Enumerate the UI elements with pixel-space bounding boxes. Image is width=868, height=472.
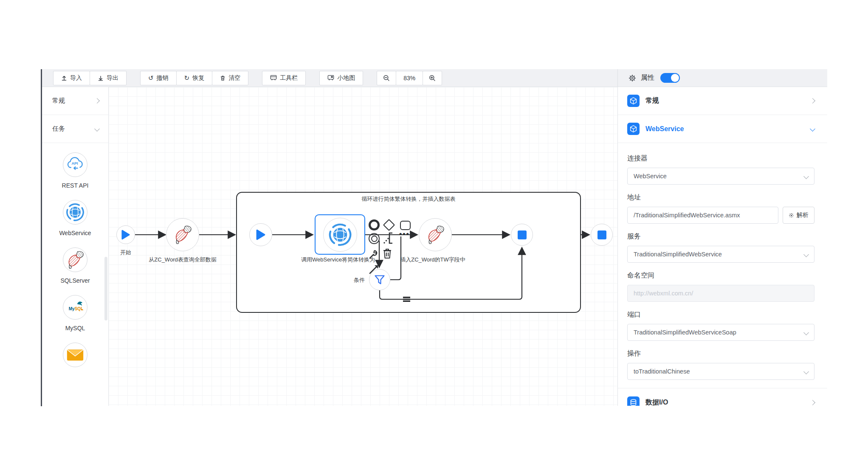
sql-query-node[interactable] [166,218,199,251]
operation-label: 操作 [627,349,814,358]
canvas-toolbar: 导入 导出 ↺撤销 ↻恢复 清空 [42,69,617,87]
spark-icon [789,213,794,218]
redo-icon: ↻ [184,74,190,82]
toolbar-toggle-group: 工具栏 [262,71,306,85]
start-node-label: 开始 [120,249,131,256]
section-data-io-label: 数据I/O [645,398,811,406]
webservice-fields: 连接器 WebService 地址 解析 服务 TraditionalSimpl… [618,143,827,388]
chevron-down-icon [803,369,809,374]
zoom-in-button[interactable] [423,71,442,85]
top-toolbar: 导入 导出 ↺撤销 ↻恢复 清空 [42,69,827,87]
clear-button[interactable]: 清空 [212,71,248,85]
loop-start-node[interactable] [249,223,272,246]
connector-label: 连接器 [627,154,814,163]
chevron-down-icon [803,252,809,257]
more-options-icon[interactable]: ••• [399,230,410,239]
zoom-level[interactable]: 83% [396,71,423,85]
import-icon [61,75,67,81]
redo-button[interactable]: ↻恢复 [176,71,213,85]
undo-label: 撤销 [157,74,169,82]
section-data-io[interactable]: 数据I/O [618,388,827,406]
sql-insert-node[interactable] [419,218,452,251]
palette-item-rest-api[interactable]: API REST API [62,152,89,189]
sql-query-node-label: 从ZC_Word表查询全部数据 [149,256,216,264]
palette-group-task[interactable]: 任务 [42,115,108,143]
properties-title: 属性 [641,73,654,82]
zoom-group: 83% [377,71,442,85]
parse-button[interactable]: 解析 [783,207,814,224]
palette-item-mysql[interactable]: MySQL MySQL [63,295,87,332]
clear-label: 清空 [228,74,240,82]
diamond-shape-icon[interactable] [383,219,395,231]
minimap-icon [327,75,334,81]
import-button[interactable]: 导入 [53,71,90,85]
condition-node[interactable] [369,269,390,290]
palette-item-label: SQLServer [60,277,90,284]
globe-icon [63,200,87,225]
zoom-out-icon [383,75,390,81]
stop-icon [518,230,527,239]
webservice-node-selected[interactable] [315,214,365,255]
bracket-icon[interactable] [382,231,395,247]
flow-canvas[interactable]: 循环进行简体繁体转换，并插入数据表 ••• [109,87,617,406]
palette-item-label: REST API [62,182,89,189]
loop-end-node[interactable] [511,224,533,246]
section-general-label: 常规 [645,96,811,105]
zoom-out-button[interactable] [377,71,396,85]
service-select[interactable]: TraditionalSimplifiedWebService [627,246,814,263]
palette-items: API REST API WebService [42,143,108,383]
end-node[interactable] [591,224,613,246]
sqlserver-icon [172,225,193,245]
delete-icon[interactable] [382,247,392,261]
webservice-node-label: 调用WebService将简体转换为 [301,256,375,264]
database-icon [627,396,640,406]
port-select[interactable]: TraditionalSimplifiedWebServiceSoap [627,324,814,341]
palette-group-general[interactable]: 常规 [42,87,108,115]
address-input[interactable] [627,207,778,224]
port-label: 端口 [627,310,814,319]
loop-title: 循环进行简体繁体转换，并插入数据表 [362,195,456,203]
square-shape-icon[interactable] [400,221,411,230]
properties-panel: 常规 WebService 连接器 WebService 地址 [617,87,827,406]
connector-select[interactable]: WebService [627,168,814,185]
circle-shape-icon[interactable] [369,219,380,230]
zoom-in-icon [429,75,436,81]
properties-header: 属性 [617,69,827,87]
chevron-down-icon [803,330,809,335]
mysql-icon: MySQL [63,295,87,320]
chevron-right-icon [94,98,100,104]
toolbar-toggle-button[interactable]: 工具栏 [262,71,306,85]
export-button[interactable]: 导出 [90,71,127,85]
divider [618,380,827,388]
section-webservice[interactable]: WebService [618,115,827,143]
start-node[interactable] [116,225,135,244]
mail-icon [63,343,87,367]
operation-select[interactable]: toTraditionalChinese [627,363,814,380]
chevron-right-icon [810,98,815,104]
palette-group-general-label: 常规 [52,97,65,105]
palette-item-label: WebService [59,230,91,236]
palette-item-mail[interactable] [63,343,87,372]
sidebar-scrollbar[interactable] [104,257,107,320]
board-icon [270,75,277,81]
palette-group-task-label: 任务 [52,125,65,133]
svg-text:API: API [71,161,78,166]
properties-toggle[interactable] [660,73,680,83]
minimap-button[interactable]: 小地图 [319,71,363,85]
section-webservice-label: WebService [645,125,811,133]
minimap-group: 小地图 [319,71,363,85]
palette-item-webservice[interactable]: WebService [59,200,91,236]
section-general[interactable]: 常规 [618,87,827,115]
undo-button[interactable]: ↺撤销 [140,71,177,85]
import-label: 导入 [70,74,82,82]
double-circle-shape-icon[interactable] [369,233,380,244]
node-palette-sidebar: 常规 任务 API REST API [42,87,109,406]
stop-icon [597,230,606,239]
service-label: 服务 [627,232,814,241]
globe-icon [323,218,357,252]
svg-text:MySQL: MySQL [69,306,84,311]
trash-icon [220,75,225,81]
play-icon [121,230,130,240]
import-export-group: 导入 导出 [53,71,127,85]
palette-item-sqlserver[interactable]: SQLServer [60,247,90,284]
